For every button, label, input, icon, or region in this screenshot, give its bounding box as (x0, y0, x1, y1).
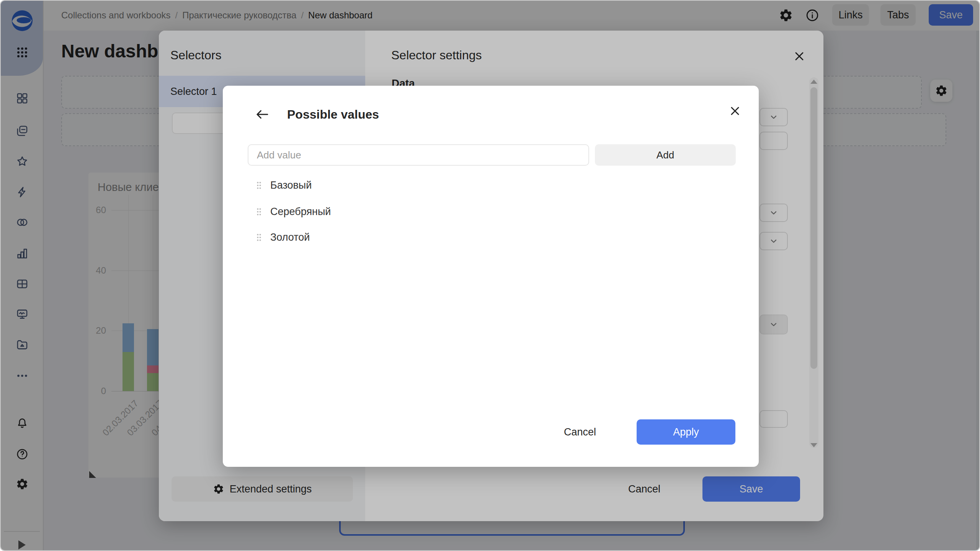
modal-apply-button[interactable]: Apply (637, 419, 735, 445)
value-label: Серебряный (270, 206, 331, 218)
arrow-left-icon[interactable] (254, 107, 269, 122)
add-value-input[interactable] (248, 144, 589, 166)
value-label: Базовый (270, 179, 312, 191)
drag-dots-icon[interactable] (256, 233, 262, 242)
app-window: Collections and workbooks/Практические р… (0, 0, 980, 551)
possible-values-modal: Possible values Add Базовый Серебряный З… (223, 86, 759, 467)
modal-title: Possible values (287, 108, 379, 122)
modal-cancel-button[interactable]: Cancel (557, 419, 603, 445)
list-item[interactable]: Золотой (256, 229, 310, 246)
close-icon[interactable] (728, 104, 742, 118)
drag-dots-icon[interactable] (256, 207, 262, 216)
list-item[interactable]: Серебряный (256, 203, 331, 220)
drag-dots-icon[interactable] (256, 181, 262, 190)
value-label: Золотой (270, 231, 310, 243)
add-button[interactable]: Add (595, 144, 736, 166)
list-item[interactable]: Базовый (256, 177, 312, 194)
